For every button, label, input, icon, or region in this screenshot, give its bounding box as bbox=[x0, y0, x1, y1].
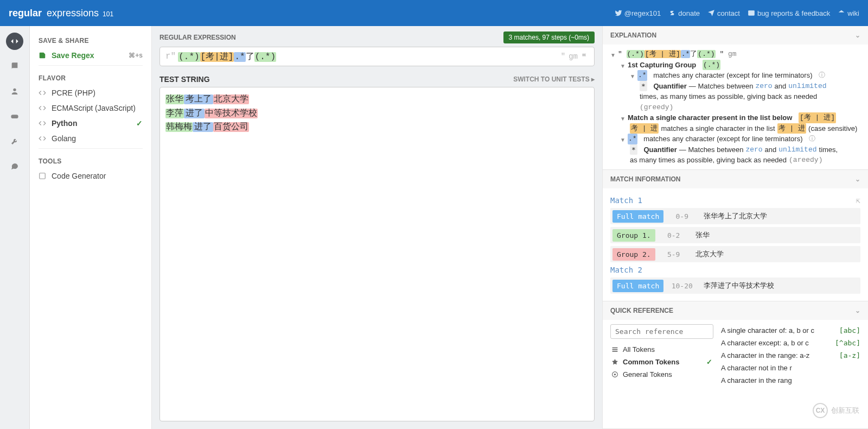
explanation-collapse[interactable]: ⌄ bbox=[855, 31, 860, 39]
flavor-item[interactable]: ECMAScript (JavaScript) bbox=[30, 100, 151, 116]
matchinfo-heading: MATCH INFORMATION bbox=[610, 175, 681, 183]
main-panel: REGULAR EXPRESSION 3 matches, 97 steps (… bbox=[152, 26, 602, 429]
icon-rail bbox=[0, 26, 30, 429]
svg-rect-6 bbox=[612, 351, 618, 352]
code-icon bbox=[39, 135, 46, 142]
svg-rect-4 bbox=[612, 348, 618, 349]
save-share-heading: SAVE & SHARE bbox=[30, 33, 151, 48]
teststring-input[interactable]: 张华考上了北京大学李萍进了中等技术学校韩梅梅进了百货公司 bbox=[159, 87, 595, 421]
quickref-heading: QUICK REFERENCE bbox=[610, 307, 673, 314]
quickref-token[interactable]: A single character of: a, b or c[abc] bbox=[721, 324, 860, 337]
rail-chat-icon[interactable] bbox=[6, 157, 23, 175]
right-panels: EXPLANATION⌄ ▼ " (.*)[考 | 进].*了(.*) " gm… bbox=[602, 26, 868, 429]
switch-unit-tests[interactable]: SWITCH TO UNIT TESTS ▸ bbox=[513, 75, 595, 83]
bank-icon bbox=[838, 9, 845, 17]
svg-rect-5 bbox=[612, 349, 618, 350]
flag-icon[interactable] bbox=[581, 53, 589, 60]
teststring-line: 张华考上了北京大学 bbox=[165, 93, 589, 107]
rail-game-icon[interactable] bbox=[6, 108, 23, 125]
match-row[interactable]: Full match10-20李萍进了中等技术学校 bbox=[610, 277, 860, 294]
code-icon bbox=[39, 119, 46, 127]
sidebar: SAVE & SHARE Save Regex ⌘+s FLAVOR PCRE … bbox=[30, 26, 152, 429]
mail-icon bbox=[748, 9, 755, 17]
topbar: regular expressions 101 @regex101 donate… bbox=[0, 0, 868, 26]
rail-wrench-icon[interactable] bbox=[6, 133, 23, 150]
svg-point-1 bbox=[13, 89, 16, 91]
svg-rect-3 bbox=[40, 173, 46, 179]
teststring-label: TEST STRING bbox=[159, 75, 210, 84]
dollar-icon bbox=[668, 9, 676, 17]
quickref-token[interactable]: A character in the range: a-z[a-z] bbox=[721, 349, 860, 362]
save-regex-button[interactable]: Save Regex ⌘+s bbox=[30, 48, 151, 63]
teststring-line: 韩梅梅进了百货公司 bbox=[165, 121, 589, 135]
teststring-line: 李萍进了中等技术学校 bbox=[165, 107, 589, 121]
external-icon[interactable]: ⇱ bbox=[856, 196, 860, 205]
match-title: Match 1⇱ bbox=[610, 196, 860, 205]
donate-link[interactable]: donate bbox=[668, 9, 700, 17]
svg-rect-0 bbox=[748, 10, 755, 15]
wiki-link[interactable]: wiki bbox=[838, 9, 859, 17]
code-icon bbox=[39, 104, 46, 112]
collapse-icon[interactable]: ▼ bbox=[610, 51, 616, 59]
svg-point-8 bbox=[614, 374, 616, 375]
tools-heading: TOOLS bbox=[30, 153, 151, 168]
code-icon bbox=[39, 89, 46, 97]
explanation-heading: EXPLANATION bbox=[610, 31, 656, 39]
twitter-icon bbox=[615, 9, 622, 17]
topnav: @regex101 donate contact bug reports & f… bbox=[615, 9, 859, 17]
regex-flags[interactable]: gm bbox=[569, 52, 578, 61]
save-icon bbox=[39, 52, 46, 59]
quickref-token[interactable]: A character not in the r bbox=[721, 362, 860, 374]
match-row[interactable]: Group 1.0-2张华 bbox=[610, 227, 860, 243]
contact-link[interactable]: contact bbox=[707, 9, 740, 17]
flavor-item[interactable]: PCRE (PHP) bbox=[30, 85, 151, 100]
regex-label: REGULAR EXPRESSION bbox=[159, 34, 236, 41]
quickref-collapse[interactable]: ⌄ bbox=[855, 307, 860, 314]
svg-rect-2 bbox=[11, 115, 18, 118]
quickref-category[interactable]: General Tokens bbox=[610, 368, 713, 381]
match-row[interactable]: Full match0-9张华考上了北京大学 bbox=[610, 208, 860, 224]
bugs-link[interactable]: bug reports & feedback bbox=[748, 9, 830, 17]
twitter-link[interactable]: @regex101 bbox=[615, 9, 661, 17]
regex-input[interactable]: r" (.*)[考|进].*了(.*) " gm bbox=[159, 47, 595, 66]
quickref-search[interactable] bbox=[610, 324, 713, 339]
quickref-token[interactable]: A character except: a, b or c[^abc] bbox=[721, 337, 860, 349]
match-status: 3 matches, 97 steps (~0ms) bbox=[503, 31, 595, 43]
match-title: Match 2 bbox=[610, 266, 860, 274]
rail-user-icon[interactable] bbox=[6, 83, 23, 100]
matchinfo-collapse[interactable]: ⌄ bbox=[855, 175, 860, 183]
code-icon bbox=[39, 172, 46, 180]
flavor-item[interactable]: Python✓ bbox=[30, 116, 151, 131]
flavor-heading: FLAVOR bbox=[30, 70, 151, 85]
code-generator-button[interactable]: Code Generator bbox=[30, 168, 151, 184]
rail-book-icon[interactable] bbox=[6, 58, 23, 75]
quickref-token[interactable]: A character in the rang bbox=[721, 374, 860, 387]
rail-regex-icon[interactable] bbox=[6, 33, 23, 50]
paper-plane-icon bbox=[707, 9, 715, 17]
quickref-category[interactable]: Common Tokens✓ bbox=[610, 356, 713, 368]
logo[interactable]: regular expressions 101 bbox=[9, 8, 113, 19]
match-row[interactable]: Group 2.5-9北京大学 bbox=[610, 246, 860, 262]
quickref-category[interactable]: All Tokens bbox=[610, 343, 713, 356]
flavor-item[interactable]: Golang bbox=[30, 131, 151, 146]
